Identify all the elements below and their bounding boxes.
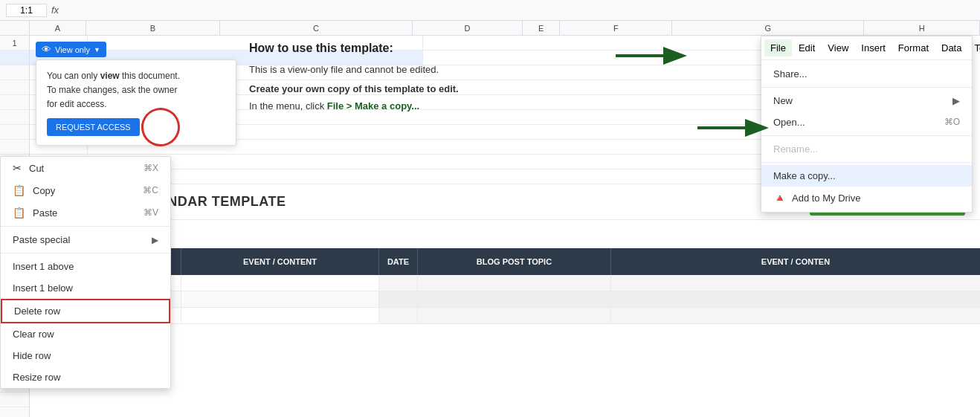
ctx-copy[interactable]: 📋 Copy ⌘C [1, 179, 170, 201]
row-num-7[interactable] [0, 125, 29, 140]
row-num-3[interactable] [0, 65, 29, 80]
ctx-paste-special-label: Paste special [13, 234, 70, 245]
file-menu-rename[interactable]: Rename... [761, 138, 972, 160]
menu-insert-item[interactable]: Insert [855, 39, 892, 56]
ctx-paste[interactable]: 📋 Paste ⌘V [1, 201, 170, 224]
tooltip-bold: view [100, 71, 120, 81]
ctx-divider-1 [1, 226, 170, 227]
ctx-clear-row[interactable]: Clear row [1, 323, 170, 345]
td-3-5[interactable] [418, 308, 611, 324]
col-header-f[interactable]: F [560, 21, 672, 35]
menu-divider-2 [761, 135, 972, 136]
td-3-3[interactable] [181, 308, 379, 324]
th-blog-2: BLOG POST TOPIC [418, 248, 611, 275]
table-data-row-3 [30, 308, 980, 324]
ctx-paste-label: Paste [33, 207, 57, 219]
td-1-5[interactable] [418, 275, 611, 291]
th-date-2: DATE [379, 248, 418, 275]
col-header-e[interactable]: E [523, 21, 561, 35]
add-to-drive-label: Add to My Drive [792, 193, 860, 204]
tooltip-line4: for edit access. [47, 99, 107, 109]
ctx-delete-row[interactable]: Delete row [1, 299, 170, 323]
ctx-cut-label: Cut [29, 163, 44, 174]
ctx-cut-shortcut: ⌘X [144, 163, 158, 173]
cell-reference[interactable]: 1:1 [6, 4, 47, 17]
howto-copy-bold: Create your own copy [249, 83, 350, 94]
fx-label: fx [51, 4, 59, 16]
row-num-2[interactable] [0, 51, 29, 65]
table-data-row-2 [30, 291, 980, 308]
howto-title: How to use this template: [249, 42, 459, 55]
ctx-paste-special[interactable]: Paste special ▶ [1, 229, 170, 250]
request-access-button[interactable]: REQUEST ACCESS [47, 118, 140, 136]
col-header-c[interactable]: C [220, 21, 413, 35]
corner-cell [0, 21, 30, 35]
column-headers: A B C D E F G H [0, 21, 980, 36]
view-only-tooltip: You can only view this document. To make… [36, 59, 236, 146]
menu-data-item[interactable]: Data [935, 39, 967, 56]
howto-section: How to use this template: This is a view… [249, 42, 459, 111]
howto-copy-rest: of this template to edit. [350, 83, 459, 94]
ctx-cut[interactable]: ✂ Cut ⌘X [1, 157, 170, 179]
howto-line2: Create your own copy of this template to… [249, 83, 459, 94]
view-only-label: View only [55, 45, 90, 54]
menu-edit-item[interactable]: Edit [793, 39, 821, 56]
howto-line1: This is a view-only file and cannot be e… [249, 62, 459, 77]
menu-view-item[interactable]: View [822, 39, 854, 56]
col-header-h[interactable]: H [864, 21, 980, 35]
menu-file-item[interactable]: File [764, 39, 792, 56]
row-num-6[interactable] [0, 110, 29, 125]
td-3-4[interactable] [379, 308, 418, 324]
file-menu-new-arrow: ▶ [952, 95, 960, 106]
menu-too-item[interactable]: Too [968, 39, 980, 56]
ctx-insert-below[interactable]: Insert 1 below [1, 277, 170, 299]
td-1-3[interactable] [181, 275, 379, 291]
row-num-5[interactable] [0, 95, 29, 110]
ctx-hide-row[interactable]: Hide row [1, 345, 170, 366]
file-menu-make-copy[interactable]: Make a copy... [761, 165, 972, 187]
file-menu-open-shortcut: ⌘O [944, 117, 960, 128]
td-2-3[interactable] [181, 291, 379, 308]
col-header-b[interactable]: B [86, 21, 220, 35]
row-num-1[interactable]: 1 [0, 36, 29, 51]
file-menu-open-label: Open... [773, 117, 805, 128]
col-header-g[interactable]: G [672, 21, 864, 35]
td-2-4[interactable] [379, 291, 418, 308]
td-1-4[interactable] [379, 275, 418, 291]
menu-top-bar: File Edit View Insert Format Data Too [761, 36, 972, 60]
row-num-8[interactable] [0, 140, 29, 155]
td-3-6[interactable] [611, 308, 980, 324]
ctx-copy-label: Copy [33, 185, 55, 196]
file-menu-open[interactable]: Open... ⌘O [761, 111, 972, 133]
row-num-25[interactable] [0, 392, 29, 407]
td-2-6[interactable] [611, 291, 980, 308]
file-menu-share[interactable]: Share... [761, 63, 972, 85]
menu-format-item[interactable]: Format [892, 39, 935, 56]
formula-bar: 1:1 fx [0, 0, 980, 21]
file-menu-items: Share... New ▶ Open... ⌘O Rename... Make… [761, 60, 972, 212]
ctx-paste-special-arrow: ▶ [152, 235, 158, 245]
howto-line3: In the menu, click File > Make a copy... [249, 100, 459, 111]
file-menu-new-label: New [773, 95, 793, 106]
dropdown-icon: ▼ [94, 46, 100, 54]
view-only-badge[interactable]: 👁 View only ▼ [36, 42, 106, 57]
ctx-paste-shortcut: ⌘V [144, 207, 158, 218]
eye-icon: 👁 [42, 44, 51, 55]
col-header-d[interactable]: D [413, 21, 523, 35]
menu-divider-1 [761, 87, 972, 88]
col-header-a[interactable]: A [30, 21, 86, 35]
file-menu-dropdown[interactable]: File Edit View Insert Format Data Too Sh… [761, 36, 973, 213]
table-header-row: DATE BLOG POST TOPIC EVENT / CONTENT DAT… [30, 248, 980, 275]
drive-icon: 🔺 [773, 192, 786, 204]
td-1-6[interactable] [611, 275, 980, 291]
ctx-resize-row[interactable]: Resize row [1, 366, 170, 388]
month-header-row: FEBRUARY [30, 220, 980, 248]
row-num-4[interactable] [0, 80, 29, 95]
file-menu-add-drive[interactable]: 🔺 Add to My Drive [761, 187, 972, 209]
ctx-insert-above[interactable]: Insert 1 above [1, 256, 170, 277]
td-2-5[interactable] [418, 291, 611, 308]
paste-icon: 📋 [13, 207, 25, 219]
file-menu-new[interactable]: New ▶ [761, 90, 972, 111]
tooltip-suffix: this document. [120, 71, 180, 81]
context-menu[interactable]: ✂ Cut ⌘X 📋 Copy ⌘C 📋 Paste ⌘V Paste spec… [0, 156, 171, 389]
